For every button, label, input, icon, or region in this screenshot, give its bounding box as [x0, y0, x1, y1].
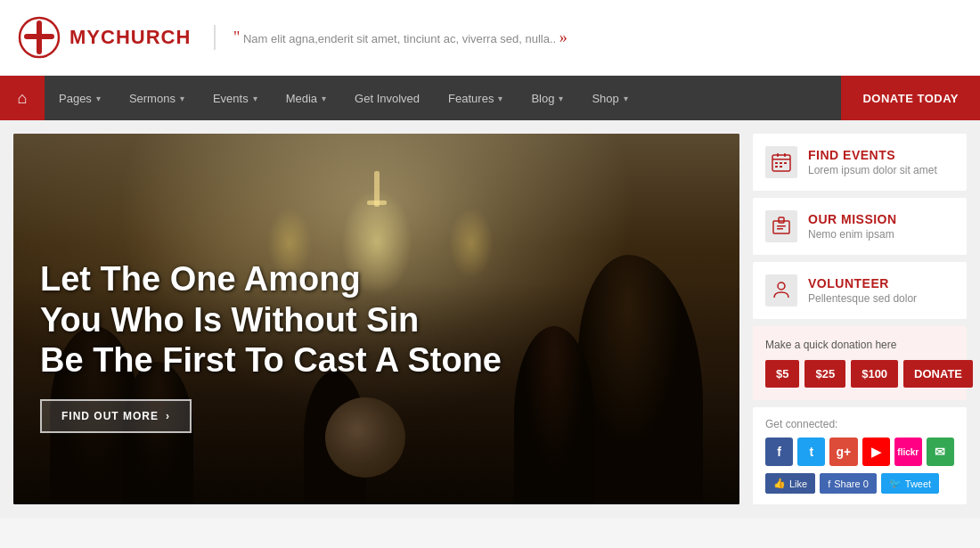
svg-point-6	[49, 34, 54, 39]
hero-section: Let The One Among You Who Is Without Sin…	[13, 134, 739, 504]
dropdown-arrow-icon: ▾	[180, 94, 184, 103]
sidebar: FIND EVENTS Lorem ipsum dolor sit amet O…	[753, 134, 967, 504]
social-label: Get connected:	[765, 418, 954, 430]
hero-quote: Let The One Among You Who Is Without Sin…	[40, 259, 713, 381]
donation-amount-25[interactable]: $25	[804, 360, 845, 388]
dropdown-arrow-icon: ▾	[624, 94, 628, 103]
svg-rect-10	[772, 159, 790, 160]
nav-item-shop[interactable]: Shop ▾	[577, 76, 641, 120]
social-section: Get connected: f t g+ ▶ flickr ✉ 👍 Like …	[753, 407, 967, 504]
dropdown-arrow-icon: ▾	[498, 94, 502, 103]
facebook-icon[interactable]: f	[765, 438, 793, 466]
svg-rect-17	[779, 217, 784, 223]
nav-donate-button[interactable]: DONATE TODAY	[841, 76, 980, 120]
svg-point-5	[24, 34, 29, 39]
twitter-tweet-button[interactable]: 🐦 Tweet	[881, 473, 939, 494]
svg-rect-8	[777, 153, 779, 157]
email-icon[interactable]: ✉	[927, 438, 954, 466]
logo-area[interactable]: MYCHURCH	[18, 16, 196, 59]
svg-rect-15	[780, 166, 782, 168]
nav-item-get-involved[interactable]: Get Involved	[340, 76, 434, 120]
logo-icon	[18, 16, 61, 59]
volunteer-icon	[765, 274, 797, 307]
sidebar-card-content-volunteer: VOLUNTEER Pellentesque sed dolor	[808, 276, 917, 305]
donation-donate-button[interactable]: DONATE	[903, 360, 973, 388]
svg-point-3	[37, 20, 42, 26]
svg-rect-2	[27, 34, 52, 39]
svg-rect-13	[784, 162, 787, 164]
nav-item-features[interactable]: Features ▾	[434, 76, 517, 120]
sidebar-card-content-mission: OUR MISSION Nemo enim ipsam	[808, 212, 897, 241]
mission-icon	[765, 210, 797, 242]
twitter-icon[interactable]: t	[797, 438, 825, 466]
googleplus-icon[interactable]: g+	[829, 438, 857, 466]
logo-text: MYCHURCH	[69, 26, 191, 49]
facebook-like-button[interactable]: 👍 Like	[765, 473, 815, 494]
close-quote-icon: »	[559, 29, 568, 46]
svg-rect-9	[784, 153, 786, 157]
thumbs-up-icon: 👍	[773, 478, 786, 489]
dropdown-arrow-icon: ▾	[96, 94, 101, 103]
facebook-share-button[interactable]: f Share 0	[820, 473, 877, 494]
open-quote-icon: "	[233, 29, 240, 46]
svg-rect-14	[775, 166, 778, 168]
dropdown-arrow-icon: ▾	[253, 94, 257, 103]
svg-point-20	[778, 282, 785, 290]
nav-item-events[interactable]: Events ▾	[199, 76, 272, 120]
nav-item-blog[interactable]: Blog ▾	[517, 76, 577, 120]
share-icon: f	[828, 478, 830, 489]
flickr-icon[interactable]: flickr	[894, 438, 922, 466]
header-quote: " Nam elit agna,enderit sit amet, tinciu…	[214, 25, 568, 51]
main-content: Let The One Among You Who Is Without Sin…	[0, 120, 980, 518]
sidebar-card-volunteer[interactable]: VOLUNTEER Pellentesque sed dolor	[753, 262, 967, 319]
svg-rect-12	[780, 162, 782, 164]
sidebar-card-find-events[interactable]: FIND EVENTS Lorem ipsum dolor sit amet	[753, 134, 967, 191]
calendar-icon	[765, 146, 797, 178]
nav-item-pages[interactable]: Pages ▾	[45, 76, 115, 120]
svg-rect-19	[777, 228, 783, 230]
site-header: MYCHURCH " Nam elit agna,enderit sit ame…	[0, 0, 980, 76]
hero-text: Let The One Among You Who Is Without Sin…	[40, 259, 713, 433]
sidebar-card-content-events: FIND EVENTS Lorem ipsum dolor sit amet	[808, 148, 937, 176]
dropdown-arrow-icon: ▾	[559, 94, 563, 103]
svg-point-4	[37, 49, 42, 54]
navbar: ⌂ Pages ▾ Sermons ▾ Events ▾ Media ▾ Get…	[0, 76, 980, 120]
twitter-bird-icon: 🐦	[889, 478, 902, 489]
donation-amount-100[interactable]: $100	[851, 360, 898, 388]
sidebar-card-our-mission[interactable]: OUR MISSION Nemo enim ipsam	[753, 198, 967, 255]
nav-items: Pages ▾ Sermons ▾ Events ▾ Media ▾ Get I…	[45, 76, 841, 120]
donation-amounts: $5 $25 $100 DONATE	[765, 360, 954, 388]
youtube-icon[interactable]: ▶	[862, 438, 890, 466]
nav-item-media[interactable]: Media ▾	[272, 76, 340, 120]
dropdown-arrow-icon: ▾	[322, 94, 326, 103]
svg-rect-18	[777, 225, 786, 227]
fb-social-buttons: 👍 Like f Share 0 🐦 Tweet	[765, 473, 954, 494]
donation-title: Make a quick donation here	[765, 339, 954, 351]
svg-rect-11	[775, 162, 778, 164]
donation-widget: Make a quick donation here $5 $25 $100 D…	[753, 326, 967, 400]
nav-home-button[interactable]: ⌂	[0, 76, 45, 120]
donation-amount-5[interactable]: $5	[765, 360, 799, 388]
social-icons: f t g+ ▶ flickr ✉	[765, 438, 954, 466]
hero-cta-button[interactable]: FIND OUT MORE ›	[40, 399, 192, 433]
nav-item-sermons[interactable]: Sermons ▾	[115, 76, 199, 120]
